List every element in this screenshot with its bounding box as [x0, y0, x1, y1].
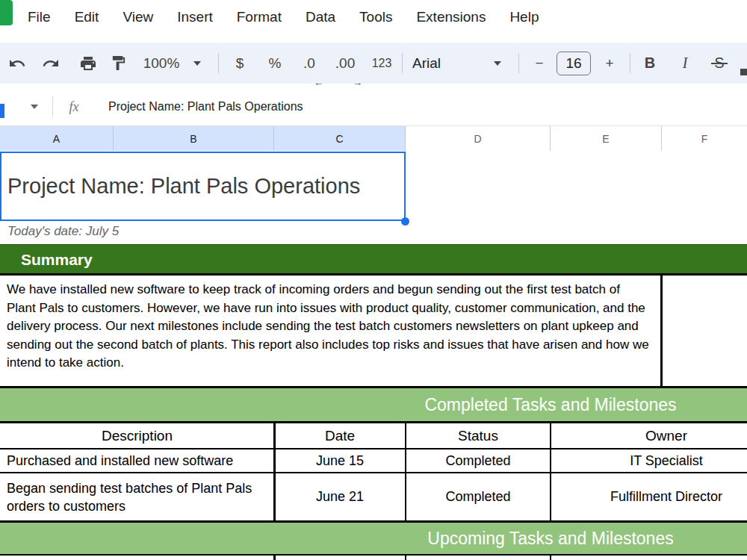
border-line [550, 556, 552, 560]
menu-extensions[interactable]: Extensions [413, 7, 489, 27]
format-currency-button[interactable]: $ [227, 43, 252, 84]
menu-view[interactable]: View [120, 7, 156, 27]
menu-bar: File Edit View Insert Format Data Tools … [25, 0, 542, 34]
cell-date-text[interactable]: Today's date: July 5 [7, 224, 119, 239]
zoom-dropdown-arrow-icon[interactable] [191, 43, 203, 84]
name-box-dropdown-arrow-icon[interactable] [28, 88, 40, 125]
google-sheets-window: File Edit View Insert Format Data Tools … [0, 0, 747, 560]
paint-roller-icon [110, 55, 127, 72]
undo-button[interactable] [4, 43, 30, 84]
toolbar-divider [218, 53, 219, 73]
table-row-cell[interactable]: Completed [406, 473, 551, 520]
table-row-cell[interactable]: Completed [406, 449, 551, 472]
menu-edit[interactable]: Edit [72, 7, 102, 27]
table-row-cell[interactable]: Purchased and installed new software [0, 449, 274, 472]
fill-handle[interactable] [401, 217, 409, 225]
column-header-a[interactable]: A [0, 126, 114, 151]
menu-help[interactable]: Help [506, 7, 542, 27]
left-arrow-icon: ← [314, 77, 332, 88]
toolbar: 100% $ % .0← .00→ 123 Arial − 16 + B I S [0, 43, 747, 84]
border-line [550, 423, 552, 520]
font-dropdown-arrow-icon[interactable] [492, 43, 503, 84]
redo-icon [42, 55, 60, 72]
border-line [660, 276, 663, 386]
strikethrough-button[interactable]: S [707, 43, 732, 84]
completed-header-text: Completed Tasks and Milestones [424, 394, 676, 415]
upcoming-header-cell[interactable]: Upcoming Tasks and Milestones [0, 523, 747, 554]
column-header-f[interactable]: F [662, 126, 747, 151]
column-header-c[interactable]: C [274, 126, 406, 151]
table-row-cell[interactable]: IT Specialist [551, 449, 747, 472]
clipped-toolbar-icon [740, 69, 747, 75]
summary-header-text: Summary [0, 251, 93, 269]
print-icon [79, 55, 97, 72]
font-family-select[interactable]: Arial [412, 43, 465, 84]
toolbar-divider [518, 53, 519, 73]
increase-font-size-button[interactable]: + [598, 43, 622, 84]
menu-tools[interactable]: Tools [356, 7, 395, 27]
column-header-b[interactable]: B [114, 126, 274, 151]
completed-header-cell[interactable]: Completed Tasks and Milestones [0, 388, 747, 421]
increase-decimal-button[interactable]: .00→ [330, 43, 360, 84]
table-row-cell[interactable]: Fulfillment Director [551, 473, 747, 520]
border-line [405, 556, 407, 560]
formula-bar: fx Project Name: Plant Pals Operations [0, 88, 747, 126]
decrease-decimal-button[interactable]: .0← [296, 43, 323, 84]
selected-cell-title[interactable]: Project Name: Plant Pals Operations [0, 152, 406, 221]
print-button[interactable] [75, 43, 102, 84]
fx-icon: fx [63, 88, 85, 125]
table-header-owner[interactable]: Owner [551, 423, 747, 448]
decrease-font-size-button[interactable]: − [527, 43, 551, 84]
border-line [405, 423, 407, 520]
table-row-cell[interactable]: June 21 [274, 473, 406, 520]
column-headers: A B C D E F [0, 126, 747, 152]
font-size-field[interactable]: 16 [557, 43, 591, 84]
paint-format-button[interactable] [105, 43, 131, 84]
upcoming-header-text: Upcoming Tasks and Milestones [427, 528, 673, 549]
menu-data[interactable]: Data [303, 7, 338, 27]
table-header-status[interactable]: Status [406, 423, 551, 448]
column-header-e[interactable]: E [551, 126, 662, 151]
name-box[interactable] [0, 104, 4, 118]
strikethrough-icon: S [714, 55, 724, 72]
toolbar-divider [402, 53, 403, 73]
border-line [0, 554, 747, 556]
toolbar-divider [630, 53, 630, 73]
summary-body-cell[interactable]: We have installed new software to keep t… [0, 276, 660, 386]
sheets-logo-icon[interactable] [0, 0, 13, 25]
more-formats-button[interactable]: 123 [366, 43, 397, 84]
italic-button[interactable]: I [672, 43, 698, 84]
column-header-d[interactable]: D [406, 126, 551, 151]
table-header-description[interactable]: Description [0, 423, 274, 448]
table-header-date[interactable]: Date [274, 423, 406, 448]
formula-input[interactable]: Project Name: Plant Pals Operations [108, 88, 303, 125]
table-row-cell[interactable]: Began sending test batches of Plant Pals… [0, 473, 269, 520]
menu-file[interactable]: File [25, 7, 54, 27]
zoom-select[interactable]: 100% [139, 43, 184, 84]
redo-button[interactable] [38, 43, 63, 84]
format-percent-button[interactable]: % [262, 43, 288, 84]
bold-button[interactable]: B [637, 43, 663, 84]
formula-bar-divider [52, 96, 53, 116]
border-line [273, 556, 276, 560]
menu-insert[interactable]: Insert [174, 7, 216, 27]
undo-icon [8, 55, 26, 72]
border-line [273, 423, 276, 520]
menu-format[interactable]: Format [234, 7, 285, 27]
summary-header-cell[interactable]: Summary [0, 244, 747, 274]
table-row-cell[interactable]: June 15 [274, 449, 406, 472]
spreadsheet-grid: Project Name: Plant Pals Operations Toda… [0, 151, 747, 560]
cell-title-text: Project Name: Plant Pals Operations [1, 174, 360, 199]
